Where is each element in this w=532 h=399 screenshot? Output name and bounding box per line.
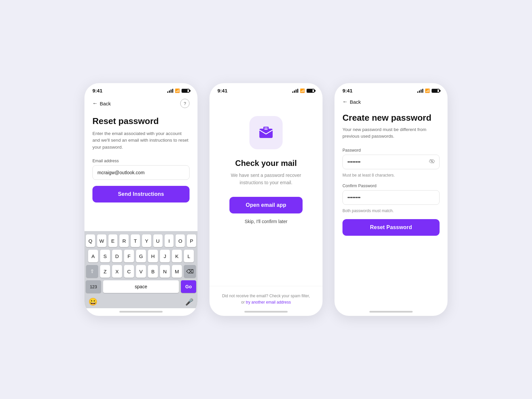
kb-delete-key[interactable]: ⌫ <box>184 265 196 278</box>
status-time-1: 9:41 <box>92 88 102 93</box>
confirm-password-label: Confirm Password <box>342 184 440 188</box>
svg-rect-3 <box>264 128 268 128</box>
kb-key-m[interactable]: M <box>172 265 182 278</box>
email-label-1: Email address <box>92 159 190 163</box>
kb-key-o[interactable]: O <box>176 234 185 247</box>
mic-icon[interactable]: 🎤 <box>185 298 194 306</box>
kb-row-2: A S D F G H J K L <box>86 250 196 262</box>
kb-key-x[interactable]: X <box>112 265 122 278</box>
back-button-3[interactable]: ← Back <box>342 99 361 105</box>
kb-key-i[interactable]: I <box>165 234 174 247</box>
kb-key-j[interactable]: J <box>160 250 170 262</box>
create-password-title: Create new password <box>342 113 440 123</box>
kb-key-g[interactable]: G <box>136 250 146 262</box>
help-button-1[interactable]: ? <box>180 99 190 108</box>
status-bar-2: 9:41 📶 <box>209 83 323 96</box>
kb-key-u[interactable]: U <box>153 234 163 247</box>
phone-check-mail: 9:41 📶 <box>209 83 323 316</box>
home-bar-2 <box>244 311 288 313</box>
back-label-1: Back <box>100 101 111 106</box>
wifi-icon-1: 📶 <box>175 88 180 93</box>
try-another-email-link[interactable]: try another email address <box>246 300 291 305</box>
back-button-1[interactable]: ← Back <box>92 100 111 106</box>
back-arrow-icon-1: ← <box>92 100 98 106</box>
status-icons-2: 📶 <box>292 88 315 93</box>
battery-icon-2 <box>307 89 315 93</box>
kb-123-key[interactable]: 123 <box>86 280 101 293</box>
kb-key-s[interactable]: S <box>100 250 110 262</box>
kb-key-b[interactable]: B <box>148 265 158 278</box>
kb-row-action: 123 space Go <box>86 280 196 293</box>
kb-key-r[interactable]: R <box>119 234 129 247</box>
status-bar-3: 9:41 📶 <box>334 83 448 96</box>
kb-row-1: Q W E R T Y U I O P <box>86 234 196 247</box>
signal-icon-2 <box>292 89 298 93</box>
kb-key-k[interactable]: K <box>172 250 182 262</box>
home-bar-1 <box>119 311 163 313</box>
confirm-password-input[interactable] <box>342 190 440 205</box>
kb-key-l[interactable]: L <box>184 250 194 262</box>
nav-row-1: ← Back ? <box>92 99 190 108</box>
keyboard-1: Q W E R T Y U I O P A S D F G H J K L <box>84 231 198 308</box>
password-field-wrapper <box>342 155 440 169</box>
emoji-icon[interactable]: 😀 <box>88 298 97 306</box>
kb-key-a[interactable]: A <box>88 250 98 262</box>
confirm-password-field-wrapper <box>342 190 440 205</box>
kb-key-v[interactable]: V <box>136 265 146 278</box>
kb-key-e[interactable]: E <box>108 234 118 247</box>
kb-key-d[interactable]: D <box>112 250 122 262</box>
wifi-icon-2: 📶 <box>300 88 305 93</box>
check-mail-desc: We have sent a password recover instruct… <box>217 172 315 186</box>
page-title-1: Reset password <box>92 116 190 126</box>
reset-password-button[interactable]: Reset Password <box>342 219 440 236</box>
kb-key-t[interactable]: T <box>131 234 140 247</box>
footer-text: Did not receive the email? Check your sp… <box>222 294 310 298</box>
open-email-button[interactable]: Open email app <box>229 197 303 213</box>
phone-content-1: ← Back ? Reset password Enter the email … <box>84 96 198 231</box>
phone-create-password: 9:41 📶 ← Back Create new password Your n… <box>334 83 448 316</box>
password-input[interactable] <box>342 155 440 169</box>
email-input-1[interactable] <box>92 165 190 180</box>
status-time-3: 9:41 <box>342 88 352 93</box>
status-icons-1: 📶 <box>167 88 190 93</box>
kb-key-c[interactable]: C <box>124 265 134 278</box>
footer-link-prefix: or <box>241 300 246 305</box>
password-hint: Must be at least 8 characters. <box>342 173 440 178</box>
kb-go-key[interactable]: Go <box>181 280 196 293</box>
battery-icon-1 <box>182 89 190 93</box>
signal-icon-3 <box>417 89 423 93</box>
status-time-2: 9:41 <box>217 88 227 93</box>
kb-key-p[interactable]: P <box>187 234 196 247</box>
mail-illustration <box>249 116 283 149</box>
send-instructions-button[interactable]: Send Instructions <box>92 186 190 202</box>
kb-key-q[interactable]: Q <box>86 234 95 247</box>
kb-key-n[interactable]: N <box>160 265 170 278</box>
svg-rect-4 <box>264 129 268 130</box>
kb-key-w[interactable]: W <box>97 234 106 247</box>
confirm-password-hint: Both passwords must match. <box>342 208 440 213</box>
eye-icon[interactable] <box>429 158 435 166</box>
kb-row-3: ⇧ Z X C V B N M ⌫ <box>86 265 196 278</box>
kb-space-key[interactable]: space <box>103 280 179 293</box>
kb-key-z[interactable]: Z <box>100 265 110 278</box>
check-mail-title: Check your mail <box>235 159 297 168</box>
kb-shift-key[interactable]: ⇧ <box>86 265 98 278</box>
status-bar-1: 9:41 📶 <box>84 83 198 96</box>
phone-content-3: ← Back Create new password Your new pass… <box>334 96 448 308</box>
screens-container: 9:41 📶 ← Back ? Reset password Ente <box>84 83 448 316</box>
kb-key-y[interactable]: Y <box>142 234 151 247</box>
phone-reset-password: 9:41 📶 ← Back ? Reset password Ente <box>84 83 198 316</box>
screen2-footer: Did not receive the email? Check your sp… <box>209 286 323 308</box>
home-bar-3 <box>369 311 413 313</box>
battery-icon-3 <box>432 89 440 93</box>
wifi-icon-3: 📶 <box>425 88 430 93</box>
back-label-3: Back <box>350 99 361 105</box>
kb-key-f[interactable]: F <box>124 250 134 262</box>
kb-bottom: 😀 🎤 <box>86 296 196 307</box>
signal-icon-1 <box>167 89 173 93</box>
kb-key-h[interactable]: H <box>148 250 158 262</box>
back-arrow-icon-3: ← <box>342 99 348 105</box>
skip-link[interactable]: Skip, I'll confirm later <box>245 219 288 224</box>
status-icons-3: 📶 <box>417 88 440 93</box>
page-desc-1: Enter the email associated with your acc… <box>92 130 190 151</box>
